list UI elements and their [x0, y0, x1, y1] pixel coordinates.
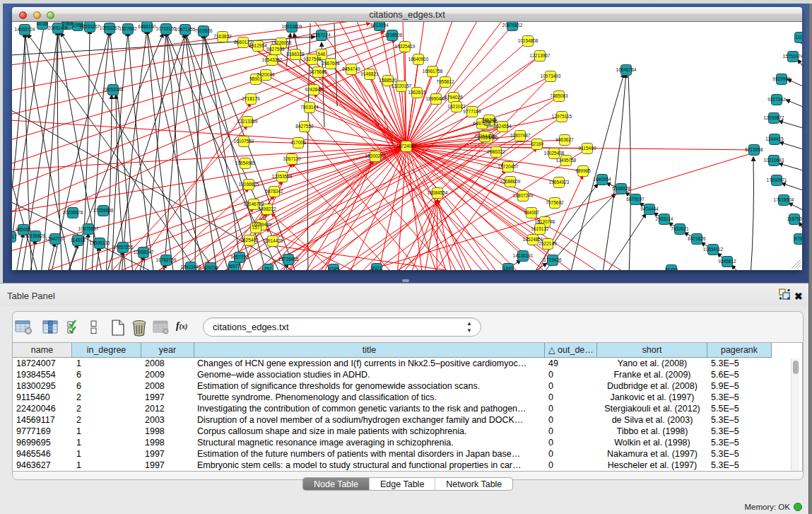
- svg-text:12942737: 12942737: [45, 236, 66, 241]
- svg-text:10210643: 10210643: [764, 158, 784, 163]
- svg-text:14136141: 14136141: [513, 253, 534, 258]
- svg-text:8912954: 8912954: [249, 43, 267, 48]
- svg-text:10154808: 10154808: [518, 38, 539, 43]
- svg-text:16914479: 16914479: [263, 238, 283, 243]
- svg-text:19218506: 19218506: [382, 33, 403, 37]
- svg-text:10553267: 10553267: [100, 25, 120, 30]
- svg-text:9827503: 9827503: [266, 47, 285, 52]
- svg-text:5938928: 5938928: [612, 186, 630, 191]
- svg-text:17957255: 17957255: [113, 245, 134, 250]
- svg-text:98901: 98901: [249, 76, 262, 81]
- svg-text:18300273: 18300273: [365, 153, 386, 158]
- svg-text:1733426: 1733426: [543, 257, 562, 262]
- svg-text:17046788: 17046788: [244, 201, 264, 206]
- svg-text:16107552: 16107552: [234, 139, 254, 144]
- svg-text:19384554: 19384554: [428, 190, 448, 195]
- svg-text:1527602: 1527602: [119, 26, 137, 31]
- svg-text:9777169: 9777169: [463, 109, 481, 114]
- svg-text:9463627: 9463627: [555, 137, 574, 142]
- svg-text:9329966: 9329966: [772, 76, 791, 81]
- svg-text:8813054: 8813054: [370, 23, 389, 28]
- svg-text:114513: 114513: [70, 238, 86, 243]
- svg-text:3624554: 3624554: [493, 124, 512, 129]
- svg-text:9327508: 9327508: [303, 57, 322, 62]
- svg-text:6466160: 6466160: [138, 24, 156, 29]
- svg-text:7625402: 7625402: [240, 238, 259, 243]
- svg-text:8921: 8921: [372, 266, 382, 270]
- svg-text:1640: 1640: [503, 266, 514, 270]
- svg-text:18640910: 18640910: [408, 57, 429, 62]
- svg-text:9245612: 9245612: [718, 259, 736, 264]
- svg-text:9242848: 9242848: [305, 87, 323, 92]
- svg-text:17359658: 17359658: [93, 208, 114, 213]
- svg-text:7955812: 7955812: [436, 79, 454, 84]
- svg-text:1588520: 1588520: [379, 78, 397, 83]
- svg-text:18724007: 18724007: [396, 144, 417, 148]
- svg-text:16033809: 16033809: [282, 24, 302, 29]
- svg-text:757: 757: [264, 267, 272, 270]
- svg-text:16648784: 16648784: [616, 67, 637, 72]
- svg-text:16543362: 16543362: [262, 57, 283, 62]
- svg-text:10688609: 10688609: [500, 179, 521, 184]
- svg-text:12975115: 12975115: [552, 114, 572, 119]
- svg-text:8454749: 8454749: [342, 66, 360, 71]
- svg-text:18990448: 18990448: [426, 96, 447, 101]
- svg-text:15720407: 15720407: [498, 164, 519, 169]
- svg-text:9227342: 9227342: [767, 97, 786, 102]
- svg-text:9245: 9245: [329, 267, 339, 270]
- svg-text:12156829: 12156829: [25, 233, 46, 238]
- svg-text:28053346: 28053346: [103, 87, 124, 92]
- svg-text:8186328: 8186328: [286, 52, 305, 57]
- svg-text:1362615: 1362615: [408, 90, 426, 95]
- svg-text:7515526: 7515526: [194, 28, 213, 33]
- svg-text:2867608: 2867608: [322, 61, 340, 66]
- svg-text:15716485: 15716485: [278, 257, 299, 262]
- svg-text:13220157: 13220157: [392, 83, 412, 88]
- svg-text:20876812: 20876812: [502, 23, 523, 28]
- svg-text:9750: 9750: [794, 236, 802, 241]
- svg-text:1621022: 1621022: [447, 104, 466, 109]
- svg-text:12093872: 12093872: [764, 115, 784, 120]
- svg-text:10973493: 10973493: [541, 74, 561, 78]
- svg-text:2718176: 2718176: [242, 96, 260, 101]
- svg-text:12505135: 12505135: [90, 240, 110, 245]
- svg-text:984067: 984067: [524, 210, 539, 215]
- svg-text:10553267: 10553267: [80, 24, 100, 29]
- svg-text:62160: 62160: [531, 141, 543, 146]
- svg-text:1615132: 1615132: [531, 226, 549, 231]
- svg-text:16782759: 16782759: [156, 257, 177, 262]
- svg-text:19654923: 19654923: [549, 180, 570, 185]
- svg-text:17692971: 17692971: [767, 177, 787, 182]
- svg-text:9115460: 9115460: [579, 146, 596, 151]
- svg-text:8427552: 8427552: [295, 124, 314, 129]
- svg-text:546: 546: [318, 52, 326, 57]
- svg-text:15226058: 15226058: [271, 40, 292, 45]
- svg-text:6794028: 6794028: [445, 95, 463, 100]
- svg-text:4038: 4038: [37, 22, 48, 26]
- svg-text:985061: 985061: [16, 227, 31, 232]
- svg-text:13325419: 13325419: [395, 44, 416, 49]
- svg-text:10671355: 10671355: [175, 27, 196, 32]
- svg-text:1112: 1112: [795, 35, 802, 40]
- svg-text:12213369: 12213369: [237, 119, 258, 124]
- svg-text:10975857: 10975857: [78, 226, 99, 231]
- svg-text:16961758: 16961758: [423, 69, 443, 74]
- svg-text:12923448: 12923448: [181, 264, 201, 269]
- svg-text:20364436: 20364436: [475, 134, 495, 139]
- svg-text:157: 157: [252, 225, 260, 230]
- svg-text:746246: 746246: [481, 117, 497, 122]
- svg-text:5878342: 5878342: [265, 189, 283, 194]
- svg-text:8215958: 8215958: [745, 147, 763, 152]
- svg-text:18807249: 18807249: [513, 193, 534, 198]
- svg-text:96577: 96577: [228, 264, 240, 269]
- svg-text:2935114: 2935114: [656, 216, 673, 221]
- svg-text:7075692: 7075692: [546, 200, 564, 205]
- svg-text:9657791: 9657791: [230, 255, 249, 259]
- svg-text:8471626: 8471626: [688, 236, 706, 241]
- svg-text:20206578: 20206578: [63, 210, 83, 215]
- svg-text:10719155: 10719155: [156, 26, 177, 31]
- svg-text:116753: 116753: [787, 216, 802, 221]
- svg-text:19654985: 19654985: [235, 160, 256, 165]
- svg-text:12213967: 12213967: [530, 53, 551, 58]
- svg-text:7163822: 7163822: [213, 34, 232, 39]
